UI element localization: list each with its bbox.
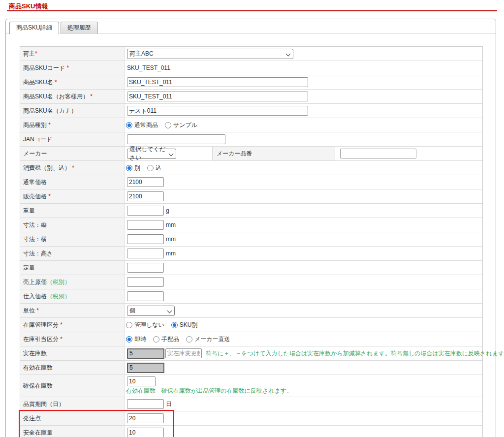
tax-type-option[interactable]: 別 <box>126 164 140 172</box>
title-divider <box>7 10 497 11</box>
field-label: メーカー <box>20 147 125 160</box>
safety-stock-input[interactable] <box>127 428 164 437</box>
field-label: 実在庫数 <box>20 346 125 360</box>
radio-icon[interactable] <box>147 165 154 171</box>
field-label: 単位 * <box>20 304 125 317</box>
reorder-point-input[interactable] <box>127 413 164 423</box>
field-label: 在庫引当区分 * <box>20 332 125 346</box>
maker-part-number-input[interactable] <box>340 149 416 158</box>
field-label-text: 寸法：高さ <box>23 250 53 258</box>
form-row-available-stock: 有効在庫数5 <box>20 361 482 375</box>
form-row-dim-length: 寸法：縦mm <box>20 218 482 232</box>
unit-suffix: mm <box>166 236 176 243</box>
unit-select[interactable]: 個 <box>127 306 175 316</box>
radio-icon[interactable] <box>126 322 132 328</box>
radio-label: 即時 <box>134 335 146 343</box>
required-asterisk: * <box>35 307 39 314</box>
reserved-stock-stack: 有効在庫数－確保在庫数が出品管理の在庫数に反映されます。 <box>126 375 292 396</box>
field-label: 安全在庫量 <box>20 426 125 437</box>
regular-price-input[interactable] <box>127 177 164 187</box>
actual-stock-value: 5 <box>129 350 133 357</box>
radio-checked-icon[interactable] <box>126 122 132 128</box>
radio-checked-icon[interactable] <box>171 322 178 328</box>
stock-mgmt-type-option[interactable]: 管理しない <box>126 321 164 329</box>
helper-note: 有効在庫数－確保在庫数が出品管理の在庫数に反映されます。 <box>126 387 292 395</box>
select-value: 選択してください <box>129 145 166 162</box>
field-label: 荷主* <box>20 47 125 61</box>
radio-checked-icon[interactable] <box>126 165 132 171</box>
weight-input[interactable] <box>127 206 164 216</box>
form-row-sku-code: 商品SKUコード *SKU_TEST_011 <box>20 61 482 75</box>
content-panel: 商品SKU詳細 処理履歴 荷主*荷主ABC商品SKUコード *SKU_TEST_… <box>5 19 496 437</box>
tax-type-option[interactable]: 込 <box>147 164 161 172</box>
field-value <box>125 426 482 437</box>
field-label-text: 売上原価 <box>23 278 47 286</box>
field-value: mm <box>125 218 482 232</box>
dim-height-input[interactable] <box>127 249 164 258</box>
form-row-safety-stock: 安全在庫量 <box>20 426 482 437</box>
field-label: 在庫管理区分 * <box>20 318 125 332</box>
stock-change-input[interactable] <box>165 348 202 358</box>
stock-alloc-type-option[interactable]: 即時 <box>126 335 146 343</box>
fixed-qty-input[interactable] <box>127 263 164 273</box>
radio-label: 別 <box>134 164 140 172</box>
field-label-text: JANコード <box>23 135 52 144</box>
field-label: 有効在庫数 <box>20 361 125 375</box>
field-value: 5符号に＋、－をつけて入力した場合は実在庫数から加減算されます。符号無しの場合は… <box>125 346 482 360</box>
dim-length-input[interactable] <box>127 220 164 230</box>
field-label-text: 発注点 <box>23 414 41 423</box>
form-row-reorder-point: 発注点 <box>20 411 482 426</box>
field-value <box>125 75 482 89</box>
field-label-green-suffix: （税別） <box>47 292 70 301</box>
stock-alloc-type-option[interactable]: メーカー直送 <box>186 335 230 343</box>
sku-name-input[interactable] <box>127 77 308 87</box>
chevron-down-icon <box>286 51 291 56</box>
product-type-option[interactable]: サンプル <box>165 121 197 129</box>
field-label: 重量 <box>20 204 125 218</box>
field-label-text: 販売価格 <box>23 192 47 201</box>
stock-mgmt-type-option[interactable]: SKU別 <box>171 321 198 329</box>
tab-sku-detail[interactable]: 商品SKU詳細 <box>9 22 59 34</box>
form-row-jan-code: JANコード <box>20 132 482 147</box>
product-type-option[interactable]: 通常商品 <box>126 121 158 129</box>
required-asterisk: * <box>65 64 69 71</box>
field-label-text: 有効在庫数 <box>23 364 53 372</box>
field-value: 別込 <box>125 161 482 175</box>
field-label-text: 在庫引当区分 <box>23 335 59 343</box>
dim-width-input[interactable] <box>127 234 164 244</box>
field-label-text: 重量 <box>23 207 35 215</box>
sales-cost-input[interactable] <box>127 277 164 287</box>
unit-suffix: 日 <box>166 400 172 408</box>
radio-icon[interactable] <box>165 122 171 128</box>
unit-suffix: mm <box>166 221 176 228</box>
stock-alloc-type-option[interactable]: 手配品 <box>153 335 179 343</box>
sku-name-kana-input[interactable] <box>127 106 308 116</box>
sku-name-customer-input[interactable] <box>127 92 308 101</box>
helper-note: 符号に＋、－をつけて入力した場合は実在庫数から加減算されます。符号無しの場合は実… <box>206 349 504 358</box>
field-label: JANコード <box>20 132 125 146</box>
selling-price-input[interactable] <box>127 191 164 201</box>
radio-icon[interactable] <box>186 336 192 343</box>
field-label-text: 荷主 <box>23 50 35 58</box>
purchase-price-input[interactable] <box>127 291 164 301</box>
field-label-text: 確保在庫数 <box>23 382 53 390</box>
quality-period-input[interactable] <box>127 399 164 409</box>
required-asterisk: * <box>47 122 51 128</box>
stock-mgmt-type-radio-group: 管理しないSKU別 <box>126 321 198 329</box>
field-label: 定量 <box>20 261 125 275</box>
field-value <box>125 90 482 103</box>
shipper-select[interactable]: 荷主ABC <box>127 49 293 59</box>
field-label-text: 寸法：縦 <box>23 221 47 229</box>
field-value: mm <box>125 232 482 246</box>
tab-process-history[interactable]: 処理履歴 <box>61 22 98 33</box>
radio-checked-icon[interactable] <box>126 336 132 343</box>
maker-select[interactable]: 選択してください <box>127 149 176 159</box>
select-value: 個 <box>129 307 135 315</box>
form-row-shipper: 荷主*荷主ABC <box>20 47 482 61</box>
radio-icon[interactable] <box>153 336 159 343</box>
field-label: 確保在庫数 <box>20 375 125 397</box>
radio-label: 込 <box>156 164 161 172</box>
jan-code-input[interactable] <box>127 134 225 144</box>
reserved-stock-input[interactable] <box>127 376 156 386</box>
form-row-reserved-stock: 確保在庫数有効在庫数－確保在庫数が出品管理の在庫数に反映されます。 <box>20 375 482 397</box>
